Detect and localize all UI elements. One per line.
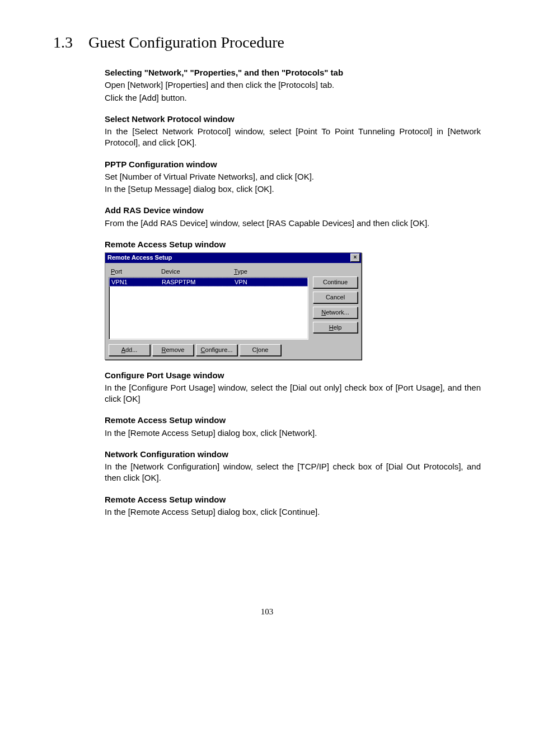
para: In the [Setup Message] dialog box, click…	[105, 184, 481, 195]
clone-button[interactable]: Clone	[240, 344, 281, 356]
subhead-select-protocol: Select Network Protocol window	[105, 114, 481, 125]
section-number: 1.3	[53, 34, 73, 51]
cell-device: RASPPTPM	[162, 278, 235, 286]
para: In the [Remote Access Setup] dialog box,…	[105, 428, 481, 439]
network-button[interactable]: Network...	[313, 307, 358, 318]
dialog-title: Remote Access Setup	[107, 253, 172, 262]
para: In the [Select Network Protocol] window,…	[105, 126, 481, 149]
subhead-add-ras: Add RAS Device window	[105, 205, 481, 216]
para: Set [Number of Virtual Private Networks]…	[105, 171, 481, 182]
subhead-selecting: Selecting "Network," "Properties," and t…	[105, 67, 481, 78]
subhead-network-config: Network Configuration window	[105, 449, 481, 460]
cell-port: VPN1	[111, 278, 162, 286]
list-headers: Port Device Type	[109, 266, 308, 277]
para: In the [Network Configuration] window, s…	[105, 461, 481, 484]
continue-button[interactable]: Continue	[313, 276, 358, 288]
list-item[interactable]: VPN1 RASPPTPM VPN	[109, 278, 308, 287]
section-title-text: Guest Configuration Procedure	[88, 34, 284, 51]
dialog-titlebar: Remote Access Setup ×	[105, 253, 361, 263]
para: Open [Network] [Properties] and then cli…	[105, 79, 481, 91]
subhead-pptp: PPTP Configuration window	[105, 159, 481, 170]
para: From the [Add RAS Device] window, select…	[105, 218, 481, 229]
close-icon[interactable]: ×	[350, 253, 360, 262]
page-number: 103	[53, 607, 481, 617]
subhead-ras-setup-2: Remote Access Setup window	[105, 415, 481, 426]
subhead-ras-setup: Remote Access Setup window	[105, 239, 481, 250]
add-button[interactable]: Add...	[109, 344, 150, 356]
para: Click the [Add] button.	[105, 92, 481, 104]
para: In the [Configure Port Usage] window, se…	[105, 382, 481, 405]
cell-type: VPN	[235, 278, 306, 286]
device-listbox[interactable]: VPN1 RASPPTPM VPN	[109, 277, 308, 340]
cancel-button[interactable]: Cancel	[313, 292, 358, 303]
remote-access-setup-dialog: Remote Access Setup × Port Device Type V…	[105, 252, 362, 360]
remove-button[interactable]: Remove	[152, 344, 194, 356]
configure-button[interactable]: Configure...	[196, 344, 237, 356]
para: In the [Remote Access Setup] dialog box,…	[105, 506, 481, 518]
subhead-ras-setup-3: Remote Access Setup window	[105, 494, 481, 505]
help-button[interactable]: Help	[313, 322, 358, 334]
subhead-configure-port: Configure Port Usage window	[105, 370, 481, 381]
section-heading: 1.3 Guest Configuration Procedure	[53, 34, 481, 51]
header-port-rest: ort	[115, 268, 122, 275]
header-device: Device	[161, 268, 180, 275]
header-type-rest: ype	[237, 268, 247, 275]
